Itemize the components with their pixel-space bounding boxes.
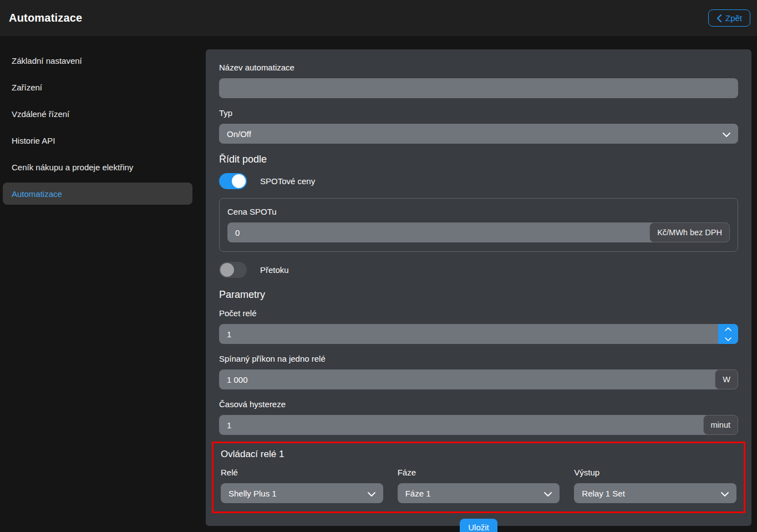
power-per-relay-label: Spínaný příkon na jedno relé: [219, 354, 738, 363]
automation-name-input[interactable]: [219, 78, 738, 98]
hysteresis-label: Časová hystereze: [219, 399, 738, 409]
chevron-left-icon: [717, 14, 722, 22]
output-label: Výstup: [574, 468, 736, 477]
sidebar-item-zarizeni[interactable]: Zařízení: [3, 76, 192, 98]
relay-select-value: Shelly Plus 1: [228, 489, 277, 498]
back-button[interactable]: Zpět: [708, 9, 750, 27]
sidebar-item-historie-api[interactable]: Historie API: [3, 129, 192, 151]
hysteresis-unit: minut: [703, 415, 738, 435]
relay-count-input[interactable]: [219, 324, 738, 344]
relay-count-stepper[interactable]: [718, 324, 738, 344]
phase-label: Fáze: [398, 468, 560, 477]
type-select[interactable]: On/Off: [219, 124, 738, 144]
relay-control-section: Ovládací relé 1 Relé Shelly Plus 1 Fáze …: [212, 442, 745, 513]
relay-column: Relé Shelly Plus 1: [221, 468, 383, 503]
control-by-heading: Řídit podle: [219, 154, 738, 165]
sidebar-item-zakladni-nastaveni[interactable]: Základní nastavení: [3, 49, 192, 72]
relay-select[interactable]: Shelly Plus 1: [221, 483, 383, 503]
phase-select[interactable]: Fáze 1: [398, 483, 560, 503]
chevron-up-icon[interactable]: [718, 324, 738, 334]
toggle-knob: [232, 174, 246, 188]
type-label: Typ: [219, 108, 738, 118]
chevron-down-icon: [544, 489, 552, 498]
spot-price-box: Cena SPOTu Kč/MWh bez DPH: [219, 198, 738, 252]
chevron-down-icon[interactable]: [718, 334, 738, 344]
relay-label: Relé: [221, 468, 383, 477]
relay-count-label: Počet relé: [219, 308, 738, 318]
chevron-down-icon: [368, 489, 375, 498]
overflow-toggle[interactable]: [219, 262, 247, 278]
hysteresis-input[interactable]: [219, 415, 707, 435]
spot-prices-toggle-label: SPOTové ceny: [260, 176, 315, 186]
output-column: Výstup Relay 1 Set: [574, 468, 736, 503]
parameters-heading: Parametry: [219, 289, 738, 301]
spot-price-label: Cena SPOTu: [227, 207, 730, 216]
phase-select-value: Fáze 1: [405, 489, 431, 498]
spot-price-input[interactable]: [227, 222, 653, 242]
page-title: Automatizace: [9, 12, 82, 24]
toggle-knob: [220, 263, 234, 277]
phase-column: Fáze Fáze 1: [398, 468, 560, 503]
sidebar-item-automatizace[interactable]: Automatizace: [3, 183, 192, 205]
chevron-down-icon: [721, 489, 729, 498]
save-button[interactable]: Uložit: [460, 519, 497, 532]
spot-price-unit: Kč/MWh bez DPH: [649, 222, 730, 242]
relay-section-heading: Ovládací relé 1: [221, 449, 736, 460]
back-button-label: Zpět: [725, 13, 742, 23]
spot-prices-toggle[interactable]: [219, 173, 247, 189]
output-select-value: Relay 1 Set: [582, 489, 625, 498]
output-select[interactable]: Relay 1 Set: [574, 483, 736, 503]
sidebar: Základní nastavení Zařízení Vzdálené říz…: [0, 49, 206, 209]
type-select-value: On/Off: [227, 129, 251, 139]
header-bar: Automatizace Zpět: [0, 0, 757, 36]
name-label: Název automatizace: [219, 63, 738, 72]
sidebar-item-vzdalene-rizeni[interactable]: Vzdálené řízení: [3, 103, 192, 125]
chevron-down-icon: [723, 129, 730, 139]
power-per-relay-unit: W: [715, 369, 738, 389]
overflow-toggle-label: Přetoku: [260, 265, 289, 275]
power-per-relay-input[interactable]: [219, 369, 718, 389]
sidebar-item-cenik[interactable]: Ceník nákupu a prodeje elektřiny: [3, 156, 192, 178]
automation-form-panel: Název automatizace Typ On/Off Řídit podl…: [206, 49, 751, 526]
